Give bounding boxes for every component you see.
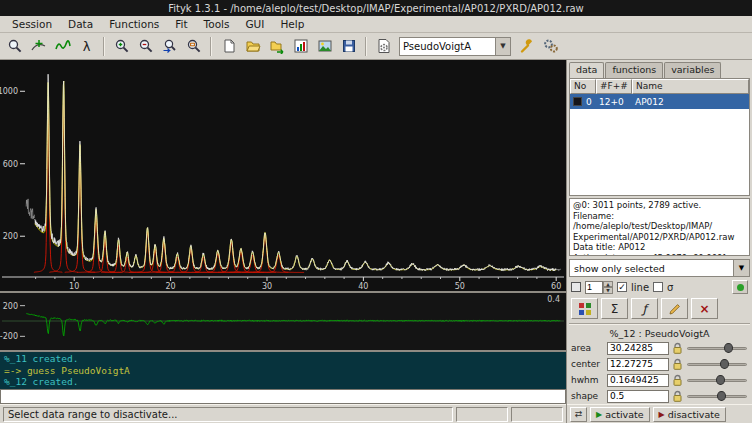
slider-thumb[interactable]	[717, 391, 726, 401]
function-button[interactable]: ƒ	[631, 298, 658, 319]
zoom-in-button[interactable]	[110, 35, 133, 58]
add-vline-mode-button[interactable]: λ	[75, 35, 98, 58]
spin-down-icon[interactable]: ▼	[603, 287, 613, 294]
param-slider[interactable]	[686, 390, 748, 403]
menu-functions[interactable]: Functions	[101, 17, 167, 32]
param-value-input[interactable]	[607, 358, 669, 371]
disactivate-button[interactable]: ▶ disactivate	[653, 407, 726, 422]
delete-button[interactable]: ×	[691, 298, 718, 319]
dataset-info: @0: 3011 points, 2789 active. Filename: …	[569, 198, 750, 256]
param-value-input[interactable]	[607, 390, 669, 403]
lock-icon[interactable]	[672, 390, 683, 403]
column-no[interactable]: No	[570, 79, 596, 94]
activate-row: ⇄ ▶ activate ▶ disactivate	[567, 404, 752, 423]
point-color-swatch[interactable]	[571, 282, 581, 292]
menu-help[interactable]: Help	[272, 17, 312, 32]
tools-button[interactable]	[515, 35, 538, 58]
zoom-prev-button[interactable]	[158, 35, 181, 58]
aux-plot[interactable]: 200-200	[0, 293, 566, 350]
zoom-out-icon	[138, 38, 154, 54]
param-label: hwhm	[571, 375, 604, 385]
save-image-button[interactable]	[313, 35, 336, 58]
slider-thumb[interactable]	[724, 343, 733, 353]
sigma-checkbox[interactable]	[653, 282, 663, 292]
data-range-mode-icon	[31, 38, 47, 54]
data-buttons-row: Σ ƒ ×	[567, 296, 752, 322]
open-file-icon	[245, 38, 261, 54]
dataset-list[interactable]: No #F+# Name 0 12+0 AP012	[569, 78, 750, 196]
lock-icon[interactable]	[672, 374, 683, 387]
status-cell-coords	[456, 407, 508, 422]
command-input[interactable]	[0, 389, 566, 404]
menu-data[interactable]: Data	[60, 17, 101, 32]
column-f[interactable]: #F+#	[596, 79, 632, 94]
edit-button[interactable]	[661, 298, 688, 319]
aux-plot-wrap: 200-200 0.4	[0, 291, 566, 350]
menu-fit[interactable]: Fit	[167, 17, 195, 32]
zoom-all-button[interactable]	[182, 35, 205, 58]
line-checkbox[interactable]: ✓	[617, 282, 627, 292]
export-button[interactable]	[265, 35, 288, 58]
param-label: area	[571, 343, 604, 353]
zoom-normal-button[interactable]	[3, 35, 26, 58]
run-script-icon	[376, 38, 392, 54]
swap-range-button[interactable]: ⇄	[570, 407, 587, 422]
spinner-arrows[interactable]: ▲▼	[603, 281, 613, 294]
console-line: =-> guess PseudoVoigtA	[4, 365, 562, 377]
window-titlebar[interactable]: Fityk 1.3.1 - /home/aleplo/test/Desktop/…	[0, 0, 752, 16]
point-size-input[interactable]	[585, 281, 603, 294]
svg-text:10: 10	[69, 282, 79, 291]
main-toolbar: λ	[0, 33, 752, 60]
tab-variables[interactable]: variables	[664, 62, 721, 78]
point-options-row: ▲▼ ✓ line σ	[567, 278, 752, 296]
menu-session[interactable]: Session	[4, 17, 60, 32]
add-peak-mode-button[interactable]	[51, 35, 74, 58]
point-color-button[interactable]	[732, 280, 748, 294]
lock-icon[interactable]	[672, 342, 683, 355]
sum-button[interactable]: Σ	[601, 298, 628, 319]
open-file-button[interactable]	[241, 35, 264, 58]
param-slider[interactable]	[686, 358, 748, 371]
param-slider[interactable]	[686, 374, 748, 387]
save-session-button[interactable]	[337, 35, 360, 58]
window-title: Fityk 1.3.1 - /home/aleplo/test/Desktop/…	[168, 3, 584, 14]
menu-tools[interactable]: Tools	[196, 17, 238, 32]
svg-text:1000: 1000	[0, 87, 18, 96]
slider-thumb[interactable]	[716, 375, 725, 385]
function-icon: ƒ	[642, 302, 646, 316]
param-label: center	[571, 359, 604, 369]
console-output[interactable]: %_11 created. =-> guess PseudoVoigtA %_1…	[0, 352, 566, 389]
dataset-checkbox[interactable]	[573, 97, 582, 106]
tab-data[interactable]: data	[569, 62, 604, 78]
function-type-select[interactable]: PseudoVoigtA ▼	[399, 37, 511, 56]
content-area: 1020304050602006001000 200-200 0.4 %_11 …	[0, 60, 752, 423]
param-slider[interactable]	[686, 342, 748, 355]
svg-text:600: 600	[3, 160, 18, 169]
status-message-cell: Select data range to disactivate...	[3, 407, 453, 422]
grid-button[interactable]	[571, 298, 598, 319]
sidebar-tabs: data functions variables	[567, 60, 752, 78]
param-row-hwhm: hwhm	[567, 372, 752, 388]
slider-thumb[interactable]	[720, 359, 729, 369]
fityk-window: Fityk 1.3.1 - /home/aleplo/test/Desktop/…	[0, 0, 752, 423]
settings-button[interactable]	[539, 35, 562, 58]
filter-dropdown[interactable]: show only selected ▼	[569, 259, 750, 277]
data-range-mode-button[interactable]	[27, 35, 50, 58]
run-script-button[interactable]	[372, 35, 395, 58]
main-plot[interactable]: 1020304050602006001000	[0, 60, 566, 291]
point-size-spinner[interactable]: ▲▼	[585, 281, 613, 294]
svg-text:50: 50	[455, 282, 465, 291]
zoom-out-button[interactable]	[134, 35, 157, 58]
new-file-button[interactable]	[217, 35, 240, 58]
activate-button[interactable]: ▶ activate	[590, 407, 650, 422]
chart-button[interactable]	[289, 35, 312, 58]
column-name[interactable]: Name	[632, 79, 749, 94]
status-cell-extra	[511, 407, 563, 422]
dataset-row[interactable]: 0 12+0 AP012	[570, 94, 749, 109]
menu-gui[interactable]: GUI	[237, 17, 272, 32]
toolbar-separator	[210, 37, 212, 56]
param-value-input[interactable]	[607, 342, 669, 355]
tab-functions[interactable]: functions	[605, 62, 663, 78]
lock-icon[interactable]	[672, 358, 683, 371]
param-value-input[interactable]	[607, 374, 669, 387]
